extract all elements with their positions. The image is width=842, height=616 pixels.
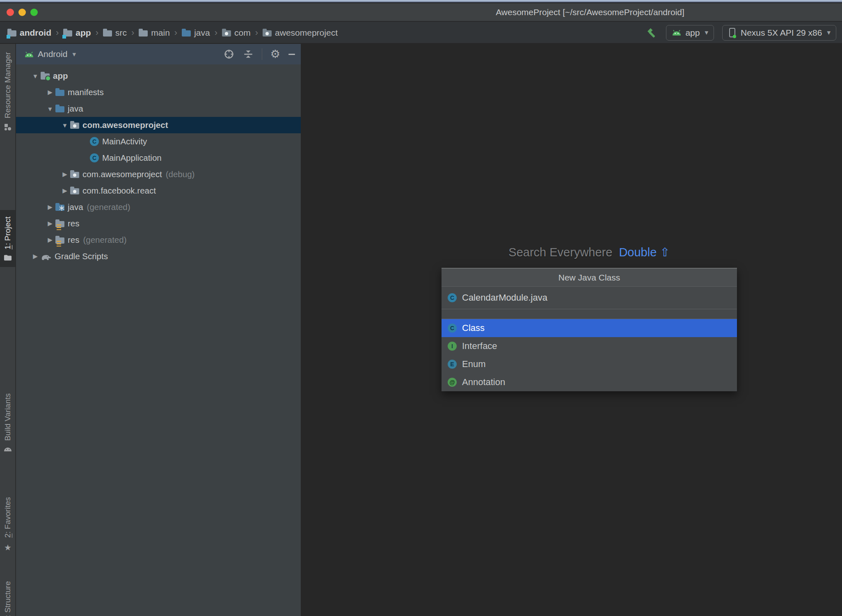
android-icon (672, 30, 682, 36)
sidebar-item-structure[interactable]: 7: Structure (0, 581, 16, 616)
tree-row-app[interactable]: ▼ app (16, 68, 301, 84)
kind-item-enum[interactable]: E Enum (442, 355, 737, 373)
project-view-selector[interactable]: Android (38, 49, 67, 59)
popup-spacer (442, 309, 737, 319)
chevron-collapsed-icon[interactable]: ▶ (45, 236, 55, 244)
chevron-down-icon[interactable]: ▾ (72, 50, 76, 59)
project-tool-window: Android ▾ ⚙ ▼ app ▶ (16, 44, 301, 616)
breadcrumb-separator-icon: › (254, 27, 259, 38)
project-tree: ▼ app ▶ manifests ▼ java ▼ com.awesomepr… (16, 64, 301, 265)
sidebar-item-favorites[interactable]: 2: Favorites ★ (0, 497, 16, 552)
hint-shortcut: Double ⇧ (619, 245, 670, 259)
chevron-collapsed-icon[interactable]: ▶ (30, 253, 41, 260)
phone-icon (728, 27, 737, 39)
module-folder-icon (41, 73, 50, 80)
breadcrumb-item-com[interactable]: com (222, 28, 251, 38)
interface-icon: I (448, 342, 457, 351)
breadcrumb-item-app[interactable]: app (63, 28, 91, 38)
kind-item-class[interactable]: C Class (442, 319, 737, 337)
tree-row-mainapplication[interactable]: C MainApplication (16, 150, 301, 166)
breadcrumb-separator-icon: › (55, 27, 59, 38)
kind-item-annotation[interactable]: @ Annotation (442, 373, 737, 391)
chevron-collapsed-icon[interactable]: ▶ (45, 220, 55, 227)
breadcrumb-separator-icon: › (174, 27, 178, 38)
enum-icon: E (448, 360, 457, 369)
window-title: AwesomeProject [~/src/AwesomeProject/and… (426, 3, 754, 21)
locate-file-icon[interactable] (223, 48, 235, 60)
breadcrumb-item-main[interactable]: main (139, 28, 170, 38)
device-select[interactable]: Nexus 5X API 29 x86 ▾ (722, 25, 836, 41)
android-icon (24, 51, 34, 57)
minimize-window-button[interactable] (18, 9, 26, 16)
tree-row-com-facebook-react[interactable]: ▶ com.facebook.react (16, 183, 301, 199)
popup-title: New Java Class (442, 269, 737, 287)
package-folder-icon (70, 188, 79, 194)
chevron-collapsed-icon[interactable]: ▶ (59, 187, 70, 194)
breadcrumb-separator-icon: › (95, 27, 99, 38)
run-configuration-select[interactable]: app ▾ (666, 25, 714, 41)
class-name-value: CalendarModule.java (462, 292, 547, 303)
tree-row-res-generated[interactable]: ▶ res (generated) (16, 232, 301, 248)
folder-icon (55, 90, 64, 96)
breadcrumb: android › app › src › main › java › com … (7, 22, 338, 43)
main-toolbar: android › app › src › main › java › com … (0, 22, 842, 43)
folder-icon (103, 30, 112, 37)
toolbar-divider (262, 48, 262, 60)
kind-item-interface[interactable]: I Interface (442, 337, 737, 355)
project-panel-header: Android ▾ ⚙ (16, 44, 301, 64)
package-folder-icon (263, 30, 272, 37)
star-icon: ★ (4, 543, 11, 552)
resources-folder-icon (55, 237, 64, 244)
chevron-down-icon: ▾ (827, 28, 831, 37)
chevron-collapsed-icon[interactable]: ▶ (45, 203, 55, 211)
collapse-all-icon[interactable] (243, 49, 254, 59)
chevron-expanded-icon[interactable]: ▼ (45, 105, 55, 112)
gradle-elephant-icon (41, 253, 51, 260)
generated-source-folder-icon (55, 205, 64, 211)
tree-row-manifests[interactable]: ▶ manifests (16, 84, 301, 100)
tree-row-mainactivity[interactable]: C MainActivity (16, 133, 301, 150)
class-icon: C (448, 324, 457, 333)
chevron-expanded-icon[interactable]: ▼ (30, 73, 41, 80)
chevron-down-icon: ▾ (705, 28, 708, 37)
folder-icon (139, 30, 148, 37)
breadcrumb-item-android[interactable]: android (7, 28, 51, 38)
module-folder-icon (63, 30, 72, 37)
class-icon: C (90, 153, 99, 162)
device-label: Nexus 5X API 29 x86 (741, 28, 822, 38)
tree-row-gradle-scripts[interactable]: ▶ Gradle Scripts (16, 248, 301, 265)
chevron-expanded-icon[interactable]: ▼ (59, 122, 70, 129)
gear-icon[interactable]: ⚙ (270, 49, 280, 60)
tool-window-stripe: Resource Manager 1: Project Build Varian… (0, 44, 16, 616)
package-folder-icon (70, 123, 79, 129)
run-configuration-label: app (685, 28, 700, 38)
desktop-edge-strip (0, 0, 842, 2)
new-java-class-popup: New Java Class C CalendarModule.java C C… (442, 268, 737, 391)
tree-row-java-generated[interactable]: ▶ java (generated) (16, 199, 301, 215)
close-window-button[interactable] (7, 9, 14, 16)
build-hammer-icon[interactable] (645, 27, 658, 39)
tree-row-res[interactable]: ▶ res (16, 215, 301, 232)
tree-row-com-awesomeproject-debug[interactable]: ▶ com.awesomeproject (debug) (16, 166, 301, 183)
class-icon: C (448, 293, 457, 302)
run-toolbar: app ▾ Nexus 5X API 29 x86 ▾ (645, 22, 836, 43)
sidebar-item-resource-manager[interactable]: Resource Manager (0, 52, 16, 131)
breadcrumb-item-java[interactable]: java (182, 28, 210, 38)
window-controls (7, 9, 38, 16)
chevron-collapsed-icon[interactable]: ▶ (45, 89, 55, 96)
search-everywhere-hint: Search Everywhere Double ⇧ (442, 245, 737, 259)
kind-list: C Class I Interface E Enum @ Annotation (442, 319, 737, 391)
resources-folder-icon (55, 221, 64, 227)
sidebar-item-project[interactable]: 1: Project (0, 210, 16, 267)
hide-panel-icon[interactable] (288, 54, 295, 55)
tree-row-com-awesomeproject[interactable]: ▼ com.awesomeproject (16, 117, 301, 133)
sidebar-item-build-variants[interactable]: Build Variants (0, 393, 16, 452)
breadcrumb-separator-icon: › (130, 27, 135, 38)
class-name-input[interactable]: C CalendarModule.java (442, 287, 737, 309)
breadcrumb-item-src[interactable]: src (103, 28, 127, 38)
chevron-collapsed-icon[interactable]: ▶ (59, 171, 70, 178)
breadcrumb-item-awesomeproject[interactable]: awesomeproject (263, 28, 338, 38)
tree-row-java[interactable]: ▼ java (16, 100, 301, 117)
package-folder-icon (70, 172, 79, 178)
zoom-window-button[interactable] (30, 9, 38, 16)
